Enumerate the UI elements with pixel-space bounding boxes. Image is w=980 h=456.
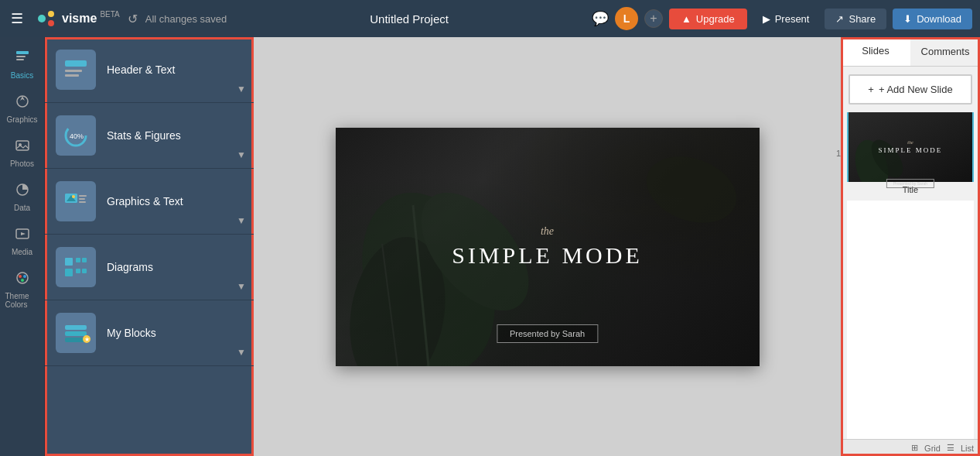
slide-presenter-text: Presented by Sarah bbox=[510, 329, 585, 338]
download-label: Download bbox=[917, 13, 961, 25]
topbar: ☰ visme BETA ↺ All changes saved Untitle… bbox=[0, 0, 980, 37]
panel-item-stats-figures[interactable]: 40% Stats & Figures ▼ bbox=[45, 103, 254, 169]
graphics-text-arrow: ▼ bbox=[237, 215, 246, 226]
diagrams-label: Diagrams bbox=[107, 261, 153, 273]
tab-comments[interactable]: Comments bbox=[910, 37, 980, 66]
svg-rect-4 bbox=[16, 56, 26, 57]
svg-rect-34 bbox=[65, 325, 87, 330]
graphics-label: Graphics bbox=[6, 115, 37, 124]
upgrade-button[interactable]: ▲ Upgrade bbox=[669, 9, 747, 29]
svg-rect-18 bbox=[65, 74, 79, 77]
sidebar-item-media[interactable]: Media bbox=[2, 220, 43, 262]
download-button[interactable]: ⬇ Download bbox=[893, 9, 972, 29]
svg-point-13 bbox=[19, 275, 22, 278]
diagrams-arrow: ▼ bbox=[237, 281, 246, 292]
svg-marker-11 bbox=[21, 232, 26, 235]
svg-text:★: ★ bbox=[84, 336, 90, 343]
media-icon bbox=[15, 226, 30, 245]
media-label: Media bbox=[12, 248, 32, 256]
right-sidebar: Slides Comments + + Add New Slide 1 bbox=[841, 37, 980, 456]
svg-rect-35 bbox=[65, 331, 87, 336]
share-icon: ↗ bbox=[835, 13, 844, 25]
upgrade-label: Upgrade bbox=[696, 13, 735, 25]
add-slide-plus-icon: + bbox=[868, 84, 874, 95]
svg-rect-26 bbox=[79, 198, 85, 200]
chat-icon[interactable]: 💬 bbox=[592, 10, 609, 27]
logo-beta: BETA bbox=[100, 10, 119, 19]
svg-point-2 bbox=[48, 20, 54, 26]
list-label[interactable]: List bbox=[961, 444, 974, 453]
saved-status: All changes saved bbox=[145, 13, 227, 25]
add-new-slide-button[interactable]: + + Add New Slide bbox=[849, 74, 972, 105]
visme-logo-icon bbox=[34, 6, 59, 31]
graphics-text-icon-box bbox=[56, 181, 96, 221]
sidebar-item-graphics[interactable]: Graphics bbox=[2, 87, 43, 130]
diagrams-icon bbox=[60, 252, 91, 283]
stats-arrow: ▼ bbox=[237, 149, 246, 160]
undo-button[interactable]: ↺ bbox=[128, 12, 138, 26]
add-slide-label: + Add New Slide bbox=[879, 84, 953, 95]
thumb-subtitle: the bbox=[907, 140, 913, 145]
present-label: Present bbox=[775, 13, 810, 25]
svg-rect-3 bbox=[16, 51, 29, 54]
project-title[interactable]: Untitled Project bbox=[370, 12, 449, 26]
add-collaborator-button[interactable]: + bbox=[644, 9, 663, 28]
svg-rect-5 bbox=[16, 59, 24, 60]
svg-text:40%: 40% bbox=[70, 132, 84, 140]
canvas-area[interactable]: the SIMPLE MODE Presented by Sarah bbox=[254, 37, 841, 456]
thumb-title: SIMPLE MODE bbox=[879, 146, 943, 154]
stats-icon: 40% bbox=[60, 120, 91, 151]
svg-rect-28 bbox=[65, 258, 73, 266]
panel-item-graphics-text[interactable]: Graphics & Text ▼ bbox=[45, 169, 254, 235]
panel-item-diagrams[interactable]: Diagrams ▼ bbox=[45, 235, 254, 300]
logo-text: visme bbox=[62, 12, 97, 26]
data-icon bbox=[15, 182, 30, 201]
diagrams-icon-box bbox=[56, 247, 96, 287]
header-text-icon-box bbox=[56, 50, 96, 90]
sidebar-item-basics[interactable]: Basics bbox=[2, 43, 43, 86]
slide-presenter-box: Presented by Sarah bbox=[497, 324, 598, 343]
photos-icon bbox=[15, 138, 30, 157]
right-tabs: Slides Comments bbox=[841, 37, 980, 67]
tab-slides[interactable]: Slides bbox=[841, 37, 910, 66]
list-view-icon[interactable]: ☰ bbox=[947, 443, 954, 453]
sidebar-item-photos[interactable]: Photos bbox=[2, 132, 43, 174]
upgrade-icon: ▲ bbox=[681, 13, 691, 25]
svg-rect-17 bbox=[65, 70, 82, 72]
basics-label: Basics bbox=[11, 71, 33, 80]
panel-item-my-blocks[interactable]: ★ My Blocks ▼ bbox=[45, 300, 254, 366]
stats-icon-box: 40% bbox=[56, 115, 96, 156]
svg-rect-32 bbox=[76, 269, 80, 273]
menu-icon[interactable]: ☰ bbox=[8, 7, 26, 30]
theme-colors-label: Theme Colors bbox=[5, 292, 39, 309]
header-text-icon bbox=[60, 54, 91, 85]
slide-canvas[interactable]: the SIMPLE MODE Presented by Sarah bbox=[336, 128, 760, 366]
slide-subtitle: the bbox=[541, 225, 554, 238]
grid-label[interactable]: Grid bbox=[924, 444, 941, 453]
my-blocks-icon-box: ★ bbox=[56, 313, 96, 353]
grid-view-icon[interactable]: ⊞ bbox=[911, 443, 918, 453]
present-button[interactable]: ▶ Present bbox=[753, 9, 819, 29]
share-button[interactable]: ↗ Share bbox=[825, 9, 886, 29]
svg-point-24 bbox=[72, 195, 75, 198]
empty-slides-area bbox=[847, 201, 974, 439]
sidebar-item-theme-colors[interactable]: Theme Colors bbox=[2, 264, 43, 315]
sidebar-item-data[interactable]: Data bbox=[2, 176, 43, 218]
slide-title-main: SIMPLE MODE bbox=[452, 242, 643, 269]
share-label: Share bbox=[849, 13, 876, 25]
svg-rect-16 bbox=[65, 60, 87, 67]
svg-rect-33 bbox=[82, 269, 87, 273]
basics-icon bbox=[15, 50, 30, 69]
panel-item-header-text[interactable]: Header & Text ▼ bbox=[45, 37, 254, 103]
svg-rect-31 bbox=[65, 269, 73, 276]
my-blocks-label: My Blocks bbox=[107, 327, 156, 339]
present-icon: ▶ bbox=[763, 13, 770, 25]
svg-rect-7 bbox=[16, 141, 29, 150]
panels-sidebar: Header & Text ▼ 40% Stats & Figures ▼ bbox=[45, 37, 254, 456]
slide-number: 1 bbox=[836, 149, 841, 158]
avatar[interactable]: L bbox=[615, 7, 638, 30]
svg-point-1 bbox=[48, 11, 54, 17]
slide-thumbnail[interactable]: the SIMPLE MODE Presented by Sarah bbox=[847, 112, 974, 182]
svg-rect-27 bbox=[79, 201, 86, 203]
svg-rect-25 bbox=[79, 195, 87, 197]
